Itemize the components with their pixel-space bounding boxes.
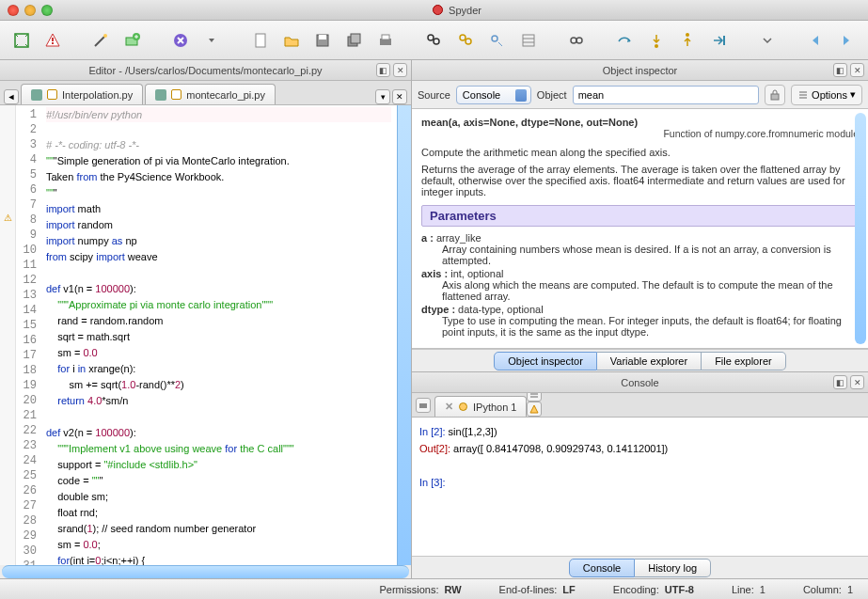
- out-prompt: Out[2]:: [419, 443, 450, 454]
- horizontal-scrollbar[interactable]: [2, 565, 409, 578]
- editor-pane-header: Editor - /Users/carlos/Documents/monteca…: [0, 60, 411, 81]
- editor-tab-montecarlo[interactable]: montecarlo_pi.py: [145, 84, 276, 104]
- continue-icon[interactable]: [707, 28, 731, 53]
- step-into-icon[interactable]: [644, 28, 668, 53]
- svg-rect-12: [351, 34, 360, 43]
- svg-rect-26: [31, 89, 42, 101]
- open-file-icon[interactable]: [279, 28, 303, 53]
- expand-icon[interactable]: [9, 28, 33, 53]
- debug-binoculars-icon[interactable]: [564, 28, 588, 53]
- step-over-icon[interactable]: [612, 28, 636, 53]
- param-row: a : array_likeArray containing numbers w…: [421, 232, 859, 266]
- nav-forward-icon[interactable]: [835, 28, 859, 53]
- new-file-icon[interactable]: [248, 28, 272, 53]
- main-toolbar: [0, 21, 868, 60]
- editor-pane: Editor - /Users/carlos/Documents/monteca…: [0, 60, 412, 578]
- code-content[interactable]: #!/usr/bin/env python # -*- coding: utf-…: [40, 105, 397, 565]
- options-button[interactable]: Options ▾: [791, 85, 862, 105]
- nav-back-icon[interactable]: [803, 28, 827, 53]
- stop-purple-icon[interactable]: [168, 28, 192, 53]
- find-icon[interactable]: [422, 28, 446, 53]
- doc-signature: mean(a, axis=None, dtype=None, out=None): [421, 117, 638, 128]
- dropdown-arrow-icon[interactable]: [200, 28, 224, 53]
- wand-icon[interactable]: [89, 28, 113, 53]
- svg-point-30: [460, 403, 467, 411]
- svg-point-24: [686, 33, 689, 37]
- svg-rect-20: [523, 35, 534, 46]
- app-icon: [432, 4, 444, 16]
- console-tab-ipython[interactable]: ✕ IPython 1: [434, 396, 527, 417]
- tab-file-explorer[interactable]: File explorer: [702, 352, 786, 370]
- in-prompt: In [2]:: [419, 426, 446, 437]
- window-titlebar: Spyder: [0, 0, 868, 21]
- svg-rect-8: [256, 34, 265, 47]
- inspector-pane-header: Object inspector ◧ ✕: [412, 60, 868, 81]
- doc-description: Returns the average of the array element…: [421, 164, 859, 197]
- editor-tabbar: ◄ Interpolation.py montecarlo_pi.py ▾ ✕: [0, 81, 411, 105]
- ipython-icon: [458, 402, 468, 412]
- close-icon[interactable]: ✕: [445, 401, 453, 413]
- param-row: dtype : data-type, optionalType to use i…: [421, 304, 859, 338]
- inspector-toolbar: Source Console Object Options ▾: [412, 81, 868, 109]
- tab-variable-explorer[interactable]: Variable explorer: [597, 352, 702, 370]
- pane-options-button[interactable]: ◧: [376, 63, 390, 77]
- svg-point-18: [466, 39, 471, 44]
- pane-close-button[interactable]: ✕: [393, 63, 407, 77]
- pane-options-button[interactable]: ◧: [833, 375, 847, 389]
- pane-close-button[interactable]: ✕: [850, 63, 864, 77]
- line-label: Line:: [732, 584, 754, 595]
- inspector-pane-title: Object inspector: [603, 65, 677, 76]
- tab-history-log[interactable]: History log: [635, 559, 711, 577]
- window-maximize-button[interactable]: [41, 5, 53, 16]
- in-code: sin([1,2,3]): [446, 426, 497, 437]
- tab-label: Interpolation.py: [62, 89, 133, 101]
- save-indicator-icon: [31, 89, 42, 101]
- svg-rect-25: [723, 36, 725, 45]
- pane-close-button[interactable]: ✕: [850, 375, 864, 389]
- svg-rect-2: [52, 38, 54, 41]
- goto-line-icon[interactable]: [516, 28, 540, 53]
- more-icon[interactable]: [755, 28, 779, 53]
- svg-point-4: [103, 34, 107, 38]
- doc-summary: Compute the arithmetic mean along the sp…: [421, 147, 859, 158]
- console-output[interactable]: In [2]: sin([1,2,3]) Out[2]: array([ 0.8…: [412, 418, 868, 556]
- window-minimize-button[interactable]: [24, 5, 36, 16]
- pane-options-button[interactable]: ◧: [833, 63, 847, 77]
- doc-scrollbar[interactable]: [855, 113, 866, 344]
- print-icon[interactable]: [374, 28, 398, 53]
- param-row: axis : int, optionalAxis along which the…: [421, 268, 859, 302]
- tab-close-button[interactable]: ✕: [392, 89, 407, 104]
- svg-point-21: [571, 38, 576, 43]
- console-pane-title: Console: [621, 377, 658, 388]
- line-number-gutter: 1234567891011121314151617181920212223242…: [16, 105, 40, 565]
- object-input[interactable]: [573, 86, 759, 104]
- tab-list-button[interactable]: ▾: [375, 89, 390, 104]
- find-next-icon[interactable]: [485, 28, 509, 53]
- python-file-icon: [171, 89, 181, 100]
- vertical-scrollbar[interactable]: [397, 105, 411, 565]
- tab-object-inspector[interactable]: Object inspector: [494, 352, 596, 370]
- console-tab-label: IPython 1: [473, 402, 516, 413]
- code-editor[interactable]: ⚠ 12345678910111213141516171819202122232…: [0, 105, 411, 565]
- eol-label: End-of-lines:: [499, 584, 558, 595]
- save-all-icon[interactable]: [342, 28, 366, 53]
- svg-point-22: [576, 38, 582, 43]
- window-close-button[interactable]: [8, 5, 19, 16]
- source-select[interactable]: Console: [456, 86, 531, 104]
- traffic-lights: [8, 5, 53, 16]
- lock-button[interactable]: [765, 85, 785, 105]
- warning-triangle-icon[interactable]: [40, 28, 64, 53]
- save-icon[interactable]: [311, 28, 335, 53]
- encoding-label: Encoding:: [613, 584, 659, 595]
- find-replace-icon[interactable]: [453, 28, 477, 53]
- add-row-icon[interactable]: [120, 28, 144, 53]
- encoding-value: UTF-8: [665, 584, 694, 595]
- console-warning-button[interactable]: [527, 402, 542, 417]
- browse-back-button[interactable]: ◄: [4, 89, 19, 104]
- editor-tab-interpolation[interactable]: Interpolation.py: [21, 84, 143, 104]
- tab-console[interactable]: Console: [569, 559, 635, 577]
- inspector-bottom-tabs: Object inspector Variable explorer File …: [412, 349, 868, 371]
- step-out-icon[interactable]: [675, 28, 699, 53]
- console-print-button[interactable]: [416, 398, 431, 413]
- svg-rect-28: [771, 94, 779, 100]
